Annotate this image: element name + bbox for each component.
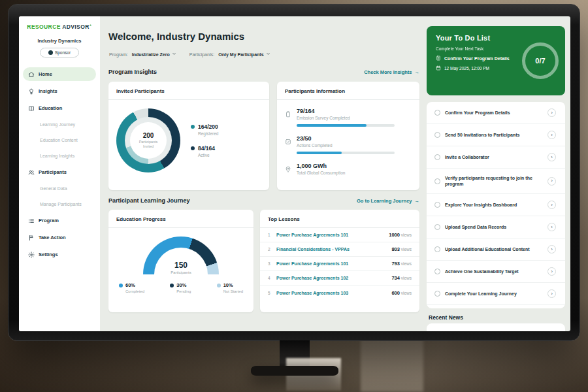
page-title: Welcome, Industry Dynamics bbox=[108, 31, 244, 42]
chevron-right-icon[interactable]: › bbox=[547, 108, 556, 117]
task-checkbox[interactable] bbox=[434, 132, 440, 138]
task-row[interactable]: Achieve One Sustainability Target › bbox=[427, 261, 565, 283]
sidebar-item-insights[interactable]: Insights bbox=[23, 84, 96, 98]
next-task-row[interactable]: Confirm Your Program Details bbox=[436, 56, 526, 61]
lesson-link[interactable]: Power Purchase Agreements 102 bbox=[276, 276, 348, 280]
sidebar-item-learning-journey[interactable]: Learning Journey bbox=[23, 118, 96, 131]
legend-dot-completed bbox=[119, 284, 123, 287]
chevron-right-icon[interactable]: › bbox=[547, 289, 556, 298]
sidebar-item-education[interactable]: Education bbox=[23, 101, 96, 115]
lesson-rank: 2 bbox=[268, 247, 276, 252]
sidebar-item-label: Insights bbox=[39, 88, 57, 94]
lesson-views: 793 views bbox=[391, 261, 412, 267]
task-checkbox[interactable] bbox=[434, 178, 440, 184]
task-checkbox[interactable] bbox=[434, 224, 440, 230]
lesson-link[interactable]: Power Purchase Agreements 101 bbox=[276, 261, 348, 266]
task-checkbox[interactable] bbox=[434, 246, 440, 252]
task-checkbox[interactable] bbox=[434, 291, 440, 297]
legend-item: 60% Completed bbox=[119, 282, 144, 293]
collapse-tasks-link[interactable]: Collapse Tasks bbox=[427, 305, 565, 308]
program-filter-dropdown[interactable]: Industrialize Zero bbox=[132, 52, 176, 57]
lesson-link[interactable]: Financial Considerations - VPPAs bbox=[276, 247, 350, 252]
task-checkbox[interactable] bbox=[434, 110, 440, 116]
task-row[interactable]: Explore Your Insights Dashboard › bbox=[427, 194, 565, 216]
todo-progress-value: 0/7 bbox=[535, 57, 545, 65]
task-row[interactable]: Upload Additional Educational Content › bbox=[427, 238, 565, 261]
sidebar-item-settings[interactable]: Settings bbox=[23, 248, 96, 261]
info-label: Total Global Consumption bbox=[297, 171, 345, 175]
chevron-right-icon[interactable]: › bbox=[547, 153, 556, 161]
sidebar-item-participants[interactable]: Participants bbox=[23, 165, 96, 179]
brand-logo: RESOURCE ADVISOR+ bbox=[19, 23, 100, 30]
task-label: Invite a Collaborator bbox=[445, 154, 543, 160]
task-checkbox[interactable] bbox=[434, 269, 440, 274]
list-icon bbox=[28, 218, 35, 224]
views-count: 734 bbox=[391, 275, 400, 281]
check-more-insights-link[interactable]: Check More Insights → bbox=[364, 69, 419, 75]
sidebar-item-education-content[interactable]: Education Content bbox=[23, 134, 96, 146]
info-value: 23/50 bbox=[297, 135, 395, 142]
education-progress-card: Education Progress 150 Participants bbox=[108, 210, 253, 312]
lesson-rank: 1 bbox=[268, 233, 276, 237]
chevron-right-icon[interactable]: › bbox=[547, 245, 556, 253]
sidebar-item-program[interactable]: Program bbox=[23, 214, 96, 227]
todo-progress-ring: 0/7 bbox=[522, 42, 559, 79]
task-label: Upload Spend Data Records bbox=[445, 224, 543, 230]
lesson-link[interactable]: Power Purchase Agreements 101 bbox=[276, 233, 348, 237]
participants-filter-dropdown[interactable]: Only My Participants bbox=[218, 52, 270, 57]
lightbulb-icon bbox=[28, 88, 35, 95]
views-count: 600 bbox=[391, 290, 400, 296]
task-row[interactable]: Send 50 Invitations to Participants › bbox=[427, 124, 565, 146]
link-label: Check More Insights bbox=[364, 69, 412, 75]
invited-participants-chart-row: 200 Participants Invited 164/200 Registe… bbox=[108, 100, 269, 181]
go-to-learning-journey-link[interactable]: Go to Learning Journey → bbox=[357, 198, 419, 204]
lesson-row[interactable]: 1 Power Purchase Agreements 101 1000 vie… bbox=[260, 228, 419, 242]
lesson-views: 734 views bbox=[391, 275, 412, 281]
lesson-row[interactable]: 4 Power Purchase Agreements 102 734 view… bbox=[260, 271, 419, 286]
legend-dot-not-started bbox=[217, 284, 221, 287]
task-row[interactable]: Upload Spend Data Records › bbox=[427, 216, 565, 238]
lesson-row[interactable]: 3 Power Purchase Agreements 101 793 view… bbox=[260, 257, 419, 271]
sidebar-item-general-data[interactable]: General Data bbox=[23, 182, 96, 195]
chevron-down-icon bbox=[266, 52, 270, 57]
legend-value: 30% bbox=[176, 282, 191, 288]
participants-filter-value: Only My Participants bbox=[218, 52, 263, 57]
views-unit: views bbox=[400, 291, 412, 295]
legend-dot-registered bbox=[191, 125, 195, 129]
chevron-right-icon[interactable]: › bbox=[547, 267, 556, 276]
chevron-right-icon[interactable]: › bbox=[547, 131, 556, 139]
lesson-row[interactable]: 2 Financial Considerations - VPPAs 803 v… bbox=[260, 242, 419, 257]
task-row[interactable]: Complete Your Learning Journey › bbox=[427, 283, 565, 305]
task-row[interactable]: Confirm Your Program Details › bbox=[427, 102, 565, 124]
views-unit: views bbox=[400, 233, 412, 237]
legend-label: Not Started bbox=[223, 289, 243, 293]
sidebar-item-manage-participants[interactable]: Manage Participants bbox=[23, 198, 96, 210]
chevron-right-icon[interactable]: › bbox=[547, 177, 556, 186]
chevron-right-icon[interactable]: › bbox=[547, 201, 556, 209]
wall-light bbox=[361, 336, 423, 392]
task-checkbox[interactable] bbox=[434, 154, 440, 160]
lesson-link[interactable]: Power Purchase Agreements 103 bbox=[276, 291, 348, 295]
sidebar-item-take-action[interactable]: Take Action bbox=[23, 231, 96, 244]
sidebar-item-home[interactable]: Home bbox=[23, 67, 96, 81]
invited-participants-card: Invited Participants 200 Participants In… bbox=[108, 82, 269, 190]
donut-legend: 164/200 Registered 84/164 Active bbox=[191, 123, 218, 157]
info-value: 79/164 bbox=[297, 108, 395, 114]
lesson-row[interactable]: 5 Power Purchase Agreements 103 600 view… bbox=[260, 286, 419, 300]
lesson-rank: 4 bbox=[268, 276, 276, 280]
task-checkbox[interactable] bbox=[434, 202, 440, 208]
task-row[interactable]: Verify participants requesting to join t… bbox=[427, 169, 565, 194]
legend-item: 30% Pending bbox=[170, 282, 191, 293]
chevron-down-icon bbox=[172, 52, 176, 57]
task-row[interactable]: Invite a Collaborator › bbox=[427, 146, 565, 169]
card-title: Invited Participants bbox=[108, 82, 269, 100]
legend-label: Active bbox=[198, 153, 215, 157]
gauge-legend: 60% Completed 30% Pending bbox=[108, 274, 253, 293]
progress-fill bbox=[297, 152, 342, 154]
task-label: Confirm Your Program Details bbox=[445, 110, 543, 116]
recent-news-card bbox=[427, 323, 565, 331]
views-unit: views bbox=[400, 276, 412, 280]
sidebar-item-learning-insights[interactable]: Learning Insights bbox=[23, 150, 96, 162]
chevron-right-icon[interactable]: › bbox=[547, 223, 556, 231]
todo-tasks-card: Confirm Your Program Details › Send 50 I… bbox=[427, 102, 565, 308]
